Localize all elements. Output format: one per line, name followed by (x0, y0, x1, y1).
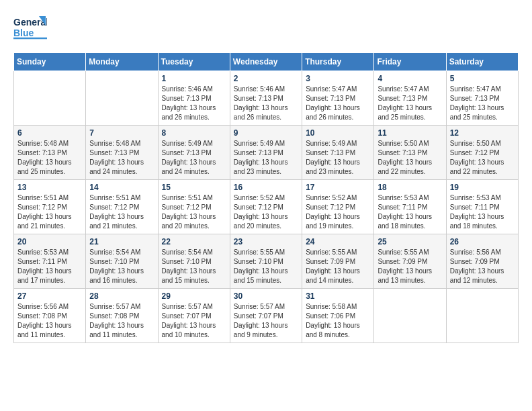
calendar-cell: 17Sunrise: 5:52 AM Sunset: 7:12 PM Dayli… (302, 180, 374, 234)
day-number: 9 (234, 128, 298, 138)
calendar-body: 1Sunrise: 5:46 AM Sunset: 7:13 PM Daylig… (14, 71, 519, 343)
day-info: Sunrise: 5:46 AM Sunset: 7:13 PM Dayligh… (162, 85, 226, 122)
day-number: 18 (378, 183, 442, 192)
day-info: Sunrise: 5:49 AM Sunset: 7:13 PM Dayligh… (306, 139, 370, 177)
day-number: 11 (378, 128, 442, 138)
day-number: 26 (450, 237, 515, 246)
calendar-cell: 22Sunrise: 5:54 AM Sunset: 7:10 PM Dayli… (158, 234, 230, 289)
weekday-header-saturday: Saturday (446, 53, 518, 71)
day-info: Sunrise: 5:52 AM Sunset: 7:12 PM Dayligh… (306, 193, 370, 231)
calendar-week-2: 6Sunrise: 5:48 AM Sunset: 7:13 PM Daylig… (14, 126, 519, 180)
calendar-cell: 30Sunrise: 5:57 AM Sunset: 7:07 PM Dayli… (230, 289, 302, 343)
day-number: 4 (378, 74, 442, 83)
calendar-header: SundayMondayTuesdayWednesdayThursdayFrid… (14, 53, 519, 71)
calendar-cell (446, 289, 518, 343)
day-number: 7 (89, 128, 154, 138)
calendar-cell: 18Sunrise: 5:53 AM Sunset: 7:11 PM Dayli… (374, 180, 446, 234)
day-number: 23 (234, 237, 298, 246)
day-info: Sunrise: 5:53 AM Sunset: 7:11 PM Dayligh… (17, 248, 82, 285)
calendar-cell (14, 71, 86, 126)
day-number: 14 (89, 183, 154, 192)
calendar-cell: 11Sunrise: 5:50 AM Sunset: 7:13 PM Dayli… (374, 126, 446, 180)
day-info: Sunrise: 5:58 AM Sunset: 7:06 PM Dayligh… (306, 302, 370, 340)
day-info: Sunrise: 5:54 AM Sunset: 7:10 PM Dayligh… (89, 248, 154, 285)
calendar-cell: 13Sunrise: 5:51 AM Sunset: 7:12 PM Dayli… (14, 180, 86, 234)
day-info: Sunrise: 5:46 AM Sunset: 7:13 PM Dayligh… (234, 85, 298, 122)
calendar-cell: 19Sunrise: 5:53 AM Sunset: 7:11 PM Dayli… (446, 180, 518, 234)
calendar-cell: 31Sunrise: 5:58 AM Sunset: 7:06 PM Dayli… (302, 289, 374, 343)
day-info: Sunrise: 5:50 AM Sunset: 7:12 PM Dayligh… (450, 139, 515, 177)
calendar-cell: 28Sunrise: 5:57 AM Sunset: 7:08 PM Dayli… (86, 289, 158, 343)
calendar-cell: 26Sunrise: 5:56 AM Sunset: 7:09 PM Dayli… (446, 234, 518, 289)
weekday-header-sunday: Sunday (14, 53, 86, 71)
calendar-cell: 5Sunrise: 5:47 AM Sunset: 7:13 PM Daylig… (446, 71, 518, 126)
day-number: 20 (17, 237, 82, 246)
day-info: Sunrise: 5:51 AM Sunset: 7:12 PM Dayligh… (89, 193, 154, 231)
day-info: Sunrise: 5:55 AM Sunset: 7:10 PM Dayligh… (234, 248, 298, 285)
day-number: 19 (450, 183, 515, 192)
day-info: Sunrise: 5:47 AM Sunset: 7:13 PM Dayligh… (306, 85, 370, 122)
day-info: Sunrise: 5:52 AM Sunset: 7:12 PM Dayligh… (234, 193, 298, 231)
day-info: Sunrise: 5:57 AM Sunset: 7:08 PM Dayligh… (89, 302, 154, 340)
day-number: 15 (162, 183, 226, 192)
day-number: 24 (306, 237, 370, 246)
day-number: 6 (17, 128, 82, 138)
calendar-table: SundayMondayTuesdayWednesdayThursdayFrid… (13, 52, 519, 343)
calendar-cell: 4Sunrise: 5:47 AM Sunset: 7:13 PM Daylig… (374, 71, 446, 126)
calendar-cell: 29Sunrise: 5:57 AM Sunset: 7:07 PM Dayli… (158, 289, 230, 343)
day-number: 21 (89, 237, 154, 246)
day-info: Sunrise: 5:53 AM Sunset: 7:11 PM Dayligh… (378, 193, 442, 231)
calendar-week-1: 1Sunrise: 5:46 AM Sunset: 7:13 PM Daylig… (14, 71, 519, 126)
day-info: Sunrise: 5:55 AM Sunset: 7:09 PM Dayligh… (378, 248, 442, 285)
weekday-header-tuesday: Tuesday (158, 53, 230, 71)
calendar-week-4: 20Sunrise: 5:53 AM Sunset: 7:11 PM Dayli… (14, 234, 519, 289)
calendar-cell (374, 289, 446, 343)
svg-text:Blue: Blue (13, 28, 34, 38)
calendar-cell: 3Sunrise: 5:47 AM Sunset: 7:13 PM Daylig… (302, 71, 374, 126)
calendar-cell: 25Sunrise: 5:55 AM Sunset: 7:09 PM Dayli… (374, 234, 446, 289)
calendar-cell: 6Sunrise: 5:48 AM Sunset: 7:13 PM Daylig… (14, 126, 86, 180)
calendar-cell: 23Sunrise: 5:55 AM Sunset: 7:10 PM Dayli… (230, 234, 302, 289)
day-number: 17 (306, 183, 370, 192)
day-info: Sunrise: 5:49 AM Sunset: 7:13 PM Dayligh… (162, 139, 226, 177)
calendar-cell: 24Sunrise: 5:55 AM Sunset: 7:09 PM Dayli… (302, 234, 374, 289)
day-info: Sunrise: 5:53 AM Sunset: 7:11 PM Dayligh… (450, 193, 515, 231)
weekday-header-wednesday: Wednesday (230, 53, 302, 71)
calendar-cell: 27Sunrise: 5:56 AM Sunset: 7:08 PM Dayli… (14, 289, 86, 343)
calendar-cell: 12Sunrise: 5:50 AM Sunset: 7:12 PM Dayli… (446, 126, 518, 180)
day-info: Sunrise: 5:57 AM Sunset: 7:07 PM Dayligh… (162, 302, 226, 340)
calendar-cell: 1Sunrise: 5:46 AM Sunset: 7:13 PM Daylig… (158, 71, 230, 126)
page-header: General Blue (13, 13, 519, 42)
calendar-cell: 20Sunrise: 5:53 AM Sunset: 7:11 PM Dayli… (14, 234, 86, 289)
day-number: 28 (89, 291, 154, 301)
calendar-week-5: 27Sunrise: 5:56 AM Sunset: 7:08 PM Dayli… (14, 289, 519, 343)
day-info: Sunrise: 5:55 AM Sunset: 7:09 PM Dayligh… (306, 248, 370, 285)
day-info: Sunrise: 5:47 AM Sunset: 7:13 PM Dayligh… (450, 85, 515, 122)
day-number: 13 (17, 183, 82, 192)
calendar-cell: 2Sunrise: 5:46 AM Sunset: 7:13 PM Daylig… (230, 71, 302, 126)
calendar-cell: 10Sunrise: 5:49 AM Sunset: 7:13 PM Dayli… (302, 126, 374, 180)
day-info: Sunrise: 5:56 AM Sunset: 7:08 PM Dayligh… (17, 302, 82, 340)
calendar-week-3: 13Sunrise: 5:51 AM Sunset: 7:12 PM Dayli… (14, 180, 519, 234)
day-number: 31 (306, 291, 370, 301)
day-number: 8 (162, 128, 226, 138)
day-number: 2 (234, 74, 298, 83)
calendar-cell: 8Sunrise: 5:49 AM Sunset: 7:13 PM Daylig… (158, 126, 230, 180)
logo-icon: General Blue (13, 13, 47, 42)
day-number: 1 (162, 74, 226, 83)
day-number: 5 (450, 74, 515, 83)
day-number: 27 (17, 291, 82, 301)
day-info: Sunrise: 5:47 AM Sunset: 7:13 PM Dayligh… (378, 85, 442, 122)
day-info: Sunrise: 5:50 AM Sunset: 7:13 PM Dayligh… (378, 139, 442, 177)
calendar-cell: 14Sunrise: 5:51 AM Sunset: 7:12 PM Dayli… (86, 180, 158, 234)
day-info: Sunrise: 5:51 AM Sunset: 7:12 PM Dayligh… (162, 193, 226, 231)
calendar-cell: 15Sunrise: 5:51 AM Sunset: 7:12 PM Dayli… (158, 180, 230, 234)
calendar-cell: 21Sunrise: 5:54 AM Sunset: 7:10 PM Dayli… (86, 234, 158, 289)
day-info: Sunrise: 5:48 AM Sunset: 7:13 PM Dayligh… (17, 139, 82, 177)
day-number: 25 (378, 237, 442, 246)
weekday-header-thursday: Thursday (302, 53, 374, 71)
day-info: Sunrise: 5:57 AM Sunset: 7:07 PM Dayligh… (234, 302, 298, 340)
day-number: 16 (234, 183, 298, 192)
day-number: 30 (234, 291, 298, 301)
day-number: 29 (162, 291, 226, 301)
